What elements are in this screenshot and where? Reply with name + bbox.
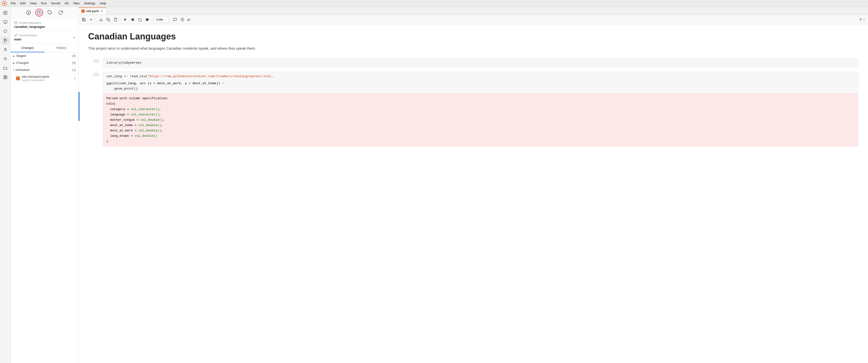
- svg-point-27: [16, 34, 17, 35]
- output-line-3: category = col_character(),: [106, 107, 855, 112]
- panel-tabs: Changes History: [11, 44, 78, 53]
- menu-kernel[interactable]: Kernel: [49, 1, 62, 6]
- tab-history[interactable]: History: [44, 44, 79, 52]
- staged-title: ▶ Staged: [13, 54, 26, 58]
- menu-git[interactable]: Git: [63, 1, 71, 6]
- menu-tabs[interactable]: Tabs: [71, 1, 82, 6]
- cell-3-output: Parsed with column specification: cols( …: [103, 93, 858, 146]
- menu-edit[interactable]: Edit: [18, 1, 27, 6]
- untracked-section-header[interactable]: ▾ Untracked (1): [11, 67, 78, 73]
- branch-info[interactable]: Current Branch main ▾: [11, 31, 78, 44]
- code-line-3: geom_point(): [106, 86, 855, 92]
- file-item-checkpoint[interactable]: eda-checkpoint.ipynb .ipynb_checkpoints …: [11, 73, 78, 84]
- fastforward-button[interactable]: [144, 16, 151, 23]
- svg-point-15: [5, 58, 6, 60]
- notebook-title: Canadian Languages: [88, 31, 858, 42]
- notebook-content: Canadian Languages This project aims to …: [79, 24, 868, 363]
- staged-count: (0): [72, 54, 76, 58]
- cell-2: [2]: library(tidyverse): [88, 58, 858, 68]
- menu-view[interactable]: View: [28, 1, 38, 6]
- push-button[interactable]: [35, 9, 43, 16]
- cell-3-code[interactable]: can_lang <- read_csv("https://raw.github…: [103, 72, 858, 94]
- sidebar-gear-icon[interactable]: [1, 55, 9, 63]
- svg-line-33: [100, 19, 101, 20]
- paste-button[interactable]: [112, 16, 119, 23]
- code-library-fn: library: [106, 61, 120, 65]
- svg-point-10: [4, 41, 5, 42]
- add-cell-button[interactable]: [88, 16, 94, 23]
- save-button[interactable]: [81, 16, 87, 23]
- sidebar-circle-icon[interactable]: [1, 27, 9, 35]
- staged-section-header[interactable]: ▶ Staged (0): [11, 53, 78, 60]
- pull-button[interactable]: [25, 9, 32, 16]
- svg-point-28: [14, 36, 16, 37]
- output-line-7: most_at_work = col_double(),: [106, 128, 855, 133]
- svg-rect-16: [4, 75, 5, 77]
- stop-button[interactable]: [129, 16, 136, 23]
- changed-section-header[interactable]: ▶ Changed (0): [11, 60, 78, 67]
- clock-btn[interactable]: [179, 16, 186, 23]
- sidebar-folder-icon[interactable]: [1, 64, 9, 72]
- svg-rect-18: [4, 77, 5, 79]
- tag-button[interactable]: [46, 9, 54, 16]
- tab-name: eda.ipynb: [86, 9, 99, 13]
- repo-info: Current Repository canadian_languages: [11, 19, 78, 31]
- output-line-5: mother_tongue = col_double(),: [106, 118, 855, 123]
- sidebar-people-icon[interactable]: [1, 45, 9, 54]
- changed-count: (0): [72, 61, 76, 65]
- notebook-tab[interactable]: eda.ipynb ✕: [79, 7, 106, 14]
- refresh-button[interactable]: [57, 9, 64, 16]
- repo-label: Current Repository: [14, 21, 75, 25]
- menu-run[interactable]: Run: [39, 1, 49, 6]
- svg-rect-5: [4, 21, 7, 23]
- notebook-toolbar: Code git R: [79, 15, 868, 24]
- sidebar-puzzle-icon[interactable]: [1, 73, 9, 81]
- cell-2-code[interactable]: library(tidyverse): [103, 58, 858, 68]
- cell-2-label: [2]:: [88, 58, 103, 63]
- restart-button[interactable]: [136, 16, 144, 23]
- branch-chevron-icon[interactable]: ▾: [73, 36, 75, 39]
- notebook-description: This project aims to understand what lan…: [88, 45, 858, 51]
- chevron-down-icon: [164, 19, 166, 21]
- menu-help[interactable]: Help: [98, 1, 108, 6]
- cell-3-content[interactable]: can_lang <- read_csv("https://raw.github…: [103, 72, 858, 147]
- kernel-status-icon: [863, 19, 865, 21]
- changed-chevron-icon: ▶: [13, 62, 15, 64]
- tab-file-icon: [82, 9, 85, 13]
- tab-changes[interactable]: Changes: [11, 44, 44, 52]
- file-status-badge: U: [74, 77, 76, 80]
- branch-label: Current Branch: [14, 34, 37, 37]
- toolbar-divider-2: [120, 17, 121, 22]
- sidebar-files-icon[interactable]: [1, 9, 9, 17]
- copy-button[interactable]: [105, 16, 112, 23]
- menu-settings[interactable]: Settings: [82, 1, 97, 6]
- branch-name: main: [14, 37, 37, 41]
- changed-title: ▶ Changed: [13, 61, 29, 65]
- svg-point-32: [102, 21, 102, 21]
- git-toolbar: [11, 7, 78, 19]
- cell-type-select[interactable]: Code: [154, 16, 168, 23]
- svg-rect-38: [131, 19, 134, 21]
- svg-point-31: [100, 21, 100, 21]
- svg-rect-36: [115, 18, 116, 19]
- scroll-indicator[interactable]: [79, 92, 80, 121]
- sidebar-git-icon[interactable]: [1, 36, 9, 44]
- cell-3-label: [3]:: [88, 72, 103, 76]
- app-logo: [2, 1, 7, 6]
- svg-rect-35: [108, 19, 110, 21]
- circle-btn[interactable]: [172, 16, 179, 23]
- svg-rect-19: [6, 77, 7, 79]
- menubar: File Edit View Run Kernel Git Tabs Setti…: [0, 0, 868, 7]
- run-button[interactable]: [122, 16, 129, 23]
- git-label: git: [186, 18, 191, 21]
- sidebar-monitor-icon[interactable]: [1, 18, 9, 26]
- tab-bar: eda.ipynb ✕: [79, 7, 868, 15]
- code-line-1: can_lang <- read_csv("https://raw.github…: [106, 74, 855, 79]
- file-notebook-icon: [16, 76, 20, 80]
- cell-2-content[interactable]: library(tidyverse): [103, 58, 858, 68]
- menu-file[interactable]: File: [9, 1, 18, 6]
- cell-3: [3]: can_lang <- read_csv("https://raw.g…: [88, 72, 858, 147]
- cut-button[interactable]: [98, 16, 104, 23]
- untracked-count: (1): [72, 68, 76, 72]
- tab-close-button[interactable]: ✕: [100, 9, 103, 13]
